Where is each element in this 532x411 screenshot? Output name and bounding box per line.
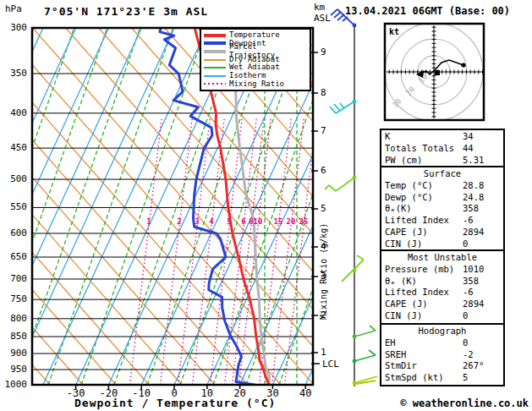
table-row-label: θₑ(K) bbox=[385, 203, 463, 215]
legend-item: Mixing Ratio bbox=[204, 80, 307, 89]
table-row-value: -2 bbox=[463, 349, 500, 361]
wind-barb bbox=[336, 178, 354, 191]
table-row: Lifted Index-6 bbox=[385, 287, 500, 299]
pressure-tick-label: 500 bbox=[0, 173, 27, 184]
table-row-label: Pressure (mb) bbox=[385, 264, 463, 276]
table-row-value: 358 bbox=[463, 276, 500, 288]
table-row-value: 44 bbox=[463, 143, 500, 155]
pressure-tick-label: 800 bbox=[0, 313, 27, 324]
mixing-ratio-label: 10 bbox=[251, 217, 265, 226]
pressure-tick-label: 400 bbox=[0, 107, 27, 118]
table-header: Surface bbox=[385, 168, 500, 180]
pressure-tick-label: 950 bbox=[0, 364, 27, 375]
hodograph-endpoint-dot bbox=[461, 63, 465, 67]
page-title: 7°05'N 171°23'E 3m ASL bbox=[44, 5, 208, 18]
copyright-footer: © weatheronline.co.uk bbox=[368, 397, 529, 409]
hodograph-plot: 102030 bbox=[385, 23, 483, 121]
table-row-label: CAPE (J) bbox=[385, 227, 463, 238]
table-row: SREH-2 bbox=[385, 349, 500, 361]
table-header: Most Unstable bbox=[385, 252, 500, 264]
mixing-ratio-line bbox=[259, 118, 291, 385]
mixing-ratio-label: 5 bbox=[222, 217, 236, 226]
hodograph-unit-label: kt bbox=[389, 27, 399, 36]
table-row: PW (cm)5.31 bbox=[385, 155, 500, 167]
table-row-label: Dewp (°C) bbox=[385, 192, 463, 204]
table-row: θₑ(K)358 bbox=[385, 203, 500, 215]
pressure-tick-label: 700 bbox=[0, 273, 27, 284]
km-tick-label: 6 bbox=[321, 165, 326, 176]
table-row-value: 0 bbox=[463, 310, 500, 322]
table-row-label: CAPE (J) bbox=[385, 299, 463, 310]
indices-table: Most UnstablePressure (mb)1010θₑ (K)358L… bbox=[380, 249, 505, 325]
wind-barb bbox=[329, 185, 336, 191]
table-row: Pressure (mb)1010 bbox=[385, 264, 500, 276]
table-row: K34 bbox=[385, 131, 500, 143]
table-row: StmDir267° bbox=[385, 360, 500, 372]
wind-barb bbox=[354, 331, 376, 337]
wind-barb bbox=[334, 12, 341, 18]
x-axis-title: Dewpoint / Temperature (°C) bbox=[74, 397, 273, 409]
table-row-value: 5.31 bbox=[463, 155, 500, 167]
table-row-label: Temp (°C) bbox=[385, 180, 463, 192]
table-row-value: 24.8 bbox=[463, 192, 500, 204]
lcl-label: LCL bbox=[322, 359, 339, 370]
table-row: EH0 bbox=[385, 337, 500, 349]
table-row-value: 1010 bbox=[463, 264, 500, 276]
indices-table: SurfaceTemp (°C)28.8Dewp (°C)24.8θₑ(K)35… bbox=[380, 166, 505, 253]
legend-line-sample bbox=[204, 59, 226, 61]
pressure-tick-label: 450 bbox=[0, 142, 27, 153]
table-row: Temp (°C)28.8 bbox=[385, 180, 500, 192]
chart-legend: TemperatureDewpointParcel TrajectoryDry … bbox=[200, 28, 311, 91]
table-row-label: StmSpd (kt) bbox=[385, 372, 463, 384]
pressure-tick-label: 900 bbox=[0, 348, 27, 359]
legend-line-sample bbox=[204, 50, 226, 53]
wind-barb bbox=[330, 107, 336, 113]
isotherm-line bbox=[10, 28, 174, 385]
table-row-label: CIN (J) bbox=[385, 310, 463, 322]
km-tick-label: 1 bbox=[321, 347, 326, 358]
temp-tick-label: 40 bbox=[288, 387, 322, 399]
pressure-tick-label: 600 bbox=[0, 227, 27, 238]
table-row: StmSpd (kt)5 bbox=[385, 372, 500, 384]
storm-motion-marker bbox=[435, 70, 440, 75]
mixing-ratio-line bbox=[160, 118, 192, 385]
pressure-tick-label: 750 bbox=[0, 293, 27, 304]
wind-barb bbox=[337, 14, 344, 20]
table-row-label: EH bbox=[385, 337, 463, 349]
wind-barb bbox=[370, 326, 376, 331]
table-row-value: 5 bbox=[463, 372, 500, 384]
mixing-ratio-label: 2 bbox=[173, 217, 186, 226]
wind-barb bbox=[357, 255, 364, 260]
table-row-label: K bbox=[385, 131, 463, 143]
wind-barb bbox=[340, 103, 344, 108]
legend-label: Mixing Ratio bbox=[229, 80, 284, 89]
table-row-label: Totals Totals bbox=[385, 143, 463, 155]
table-row: Totals Totals44 bbox=[385, 143, 500, 155]
table-row-value: 2894 bbox=[463, 227, 500, 238]
km-tick-label: 7 bbox=[321, 125, 326, 136]
table-row-value: 267° bbox=[463, 360, 500, 372]
pressure-tick-label: 850 bbox=[0, 331, 27, 342]
hodograph-ring-label: 20 bbox=[404, 85, 417, 98]
datetime-title: 13.04.2021 06GMT (Base: 00) bbox=[345, 5, 510, 17]
pressure-axis-unit: hPa bbox=[5, 3, 22, 14]
legend-line-sample bbox=[204, 67, 226, 68]
mixing-ratio-line bbox=[129, 118, 162, 385]
table-row-value: 2894 bbox=[463, 299, 500, 310]
table-row: Dewp (°C)24.8 bbox=[385, 192, 500, 204]
km-tick-label: 9 bbox=[321, 47, 326, 58]
pressure-tick-label: 550 bbox=[0, 201, 27, 212]
wind-barb bbox=[331, 9, 337, 15]
mixing-ratio-line bbox=[271, 118, 304, 385]
skewt-sounding-page: 102030 hPa 7°05'N 171°23'E 3m ASL km ASL… bbox=[0, 0, 532, 411]
table-row-label: PW (cm) bbox=[385, 155, 463, 167]
legend-line-sample bbox=[204, 83, 226, 85]
table-row-label: θₑ (K) bbox=[385, 276, 463, 288]
table-row: CAPE (J)2894 bbox=[385, 299, 500, 310]
table-header: Hodograph bbox=[385, 326, 500, 337]
legend-line-sample bbox=[204, 75, 226, 77]
pressure-tick-label: 1000 bbox=[0, 379, 27, 390]
table-row-value: 0 bbox=[463, 337, 500, 349]
table-row-label: SREH bbox=[385, 349, 463, 361]
table-row: CIN (J)0 bbox=[385, 238, 500, 250]
